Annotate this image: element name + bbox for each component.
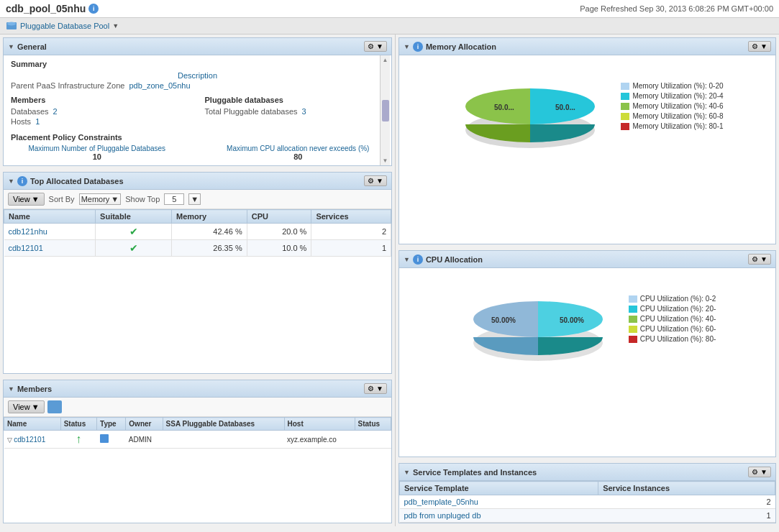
legend-label: CPU Utilization (%): 20- — [640, 305, 716, 313]
cpu-collapse-icon[interactable]: ▼ — [404, 256, 410, 263]
members-collapse-icon[interactable]: ▼ — [8, 385, 14, 393]
members-action-icon[interactable] — [47, 400, 62, 413]
top-allocated-toolbar: View ▼ Sort By Memory ▼ Show Top 5 ▼ — [4, 190, 391, 209]
general-gear-button[interactable]: ⚙ ▼ — [364, 41, 387, 52]
general-section-header: ▼ General ⚙ ▼ — [4, 38, 391, 55]
legend-item: Memory Utilization (%): 80-1 — [621, 122, 723, 130]
databases-value[interactable]: 2 — [53, 107, 58, 116]
row-services-cell: 1 — [311, 240, 391, 257]
legend-color-swatch — [629, 306, 637, 313]
legend-item: CPU Utilization (%): 80- — [629, 335, 716, 343]
member-col-owner: Owner — [126, 418, 163, 431]
legend-item: CPU Utilization (%): 40- — [629, 315, 716, 323]
service-collapse-icon[interactable]: ▼ — [404, 469, 410, 476]
memory-gear-button[interactable]: ⚙ ▼ — [748, 41, 771, 52]
member-col-ssa: SSA Pluggable Databases — [163, 418, 284, 431]
view-label: View — [13, 195, 30, 203]
max-cpu-label: Maximum CPU allocation never exceeds (%) — [212, 145, 385, 152]
cpu-allocation-header: ▼ i CPU Allocation ⚙ ▼ — [399, 251, 775, 268]
max-cpu-item: Maximum CPU allocation never exceeds (%)… — [212, 145, 385, 161]
member-status2-cell — [355, 431, 391, 449]
service-table: Service Template Service Instances pdb_t… — [399, 481, 775, 523]
col-services-header: Services — [311, 210, 391, 224]
legend-color-swatch — [629, 316, 637, 323]
legend-color-swatch — [621, 103, 629, 110]
breadcrumb-dropdown-icon[interactable]: ▼ — [112, 22, 119, 29]
cpu-pie-svg: 50.00% 50.00% — [459, 272, 617, 366]
member-col-type: Type — [97, 418, 126, 431]
memory-info-icon[interactable]: i — [413, 42, 423, 52]
general-collapse-icon[interactable]: ▼ — [8, 43, 14, 50]
cpu-info-icon[interactable]: i — [413, 254, 423, 265]
breadcrumb-link[interactable]: Pluggable Database Pool — [20, 22, 109, 30]
svg-text:50.0...: 50.0... — [494, 104, 514, 111]
parent-zone-link[interactable]: pdb_zone_05nhu — [129, 81, 191, 90]
general-section: ▼ General ⚙ ▼ Summary Description Parent… — [3, 37, 392, 166]
members-toolbar: View ▼ — [4, 398, 391, 417]
show-top-label: Show Top — [125, 195, 160, 203]
members-section-header: ▼ Members ⚙ ▼ — [4, 380, 391, 398]
service-col-instances: Service Instances — [598, 482, 775, 495]
row-memory-cell: 26.35 % — [171, 240, 247, 257]
service-template-link[interactable]: pdb_template_05nhu — [404, 497, 478, 506]
suitable-check-icon: ✔ — [129, 242, 138, 254]
cpu-header-left: ▼ i CPU Allocation — [404, 254, 483, 265]
show-top-dropdown[interactable]: ▼ — [188, 193, 201, 205]
legend-color-swatch — [629, 336, 637, 343]
memory-chart-container: 50.0... 50.0... Memory Utilization (%): … — [399, 55, 775, 159]
left-panel: ▼ General ⚙ ▼ Summary Description Parent… — [0, 35, 396, 526]
cpu-allocation-section: ▼ i CPU Allocation ⚙ ▼ — [398, 250, 776, 457]
memory-collapse-icon[interactable]: ▼ — [404, 43, 410, 50]
hosts-label: Hosts — [11, 117, 31, 126]
service-title: Service Templates and Instances — [413, 468, 537, 477]
general-scrollbar[interactable]: ▲ ▼ — [380, 55, 390, 165]
service-gear-button[interactable]: ⚙ ▼ — [748, 467, 771, 477]
member-name-link[interactable]: cdb12101 — [14, 436, 45, 444]
row-suitable-cell: ✔ — [96, 240, 172, 257]
title-info-icon[interactable]: i — [88, 4, 99, 14]
legend-label: CPU Utilization (%): 60- — [640, 325, 716, 333]
top-allocated-gear-button[interactable]: ⚙ ▼ — [364, 175, 387, 186]
breadcrumb-row: Pluggable Database Pool ▼ — [0, 18, 779, 35]
members-section: ▼ Members ⚙ ▼ View ▼ Name Status Type — [3, 380, 392, 523]
col-suitable-header: Suitable — [96, 210, 172, 224]
db-name-link[interactable]: cdb12101 — [9, 244, 43, 252]
legend-color-swatch — [629, 295, 637, 303]
cpu-gear-button[interactable]: ⚙ ▼ — [748, 254, 771, 265]
legend-color-swatch — [621, 113, 629, 120]
cpu-chart-container: 50.00% 50.00% CPU Utilization (%): 0-2CP… — [399, 268, 775, 372]
member-col-status2: Status — [355, 418, 391, 431]
show-top-dropdown-icon: ▼ — [191, 195, 199, 203]
member-type-cell — [97, 431, 126, 449]
placement-title: Placement Policy Constraints — [11, 133, 384, 142]
general-header-left: ▼ General — [8, 42, 47, 51]
legend-label: CPU Utilization (%): 0-2 — [640, 295, 716, 303]
legend-color-swatch — [629, 326, 637, 333]
member-owner-cell: ADMIN — [126, 431, 163, 449]
members-gear-button[interactable]: ⚙ ▼ — [364, 383, 387, 394]
sort-by-select[interactable]: Memory ▼ — [79, 193, 122, 205]
members-header-left: ▼ Members — [8, 385, 52, 393]
top-allocated-collapse-icon[interactable]: ▼ — [8, 178, 14, 185]
service-col-template: Service Template — [400, 482, 598, 495]
legend-item: CPU Utilization (%): 20- — [629, 305, 716, 313]
service-template-link[interactable]: pdb from unpluged db — [404, 511, 481, 520]
top-allocated-title: Top Allocated Databases — [30, 177, 124, 185]
summary-label: Summary — [11, 60, 384, 68]
member-col-status: Status — [60, 418, 96, 431]
db-name-link[interactable]: cdb121nhu — [9, 227, 47, 236]
top-allocated-info-icon[interactable]: i — [17, 176, 27, 186]
show-top-input[interactable]: 5 — [164, 193, 184, 205]
description-link[interactable]: Description — [11, 71, 384, 80]
legend-item: Memory Utilization (%): 20-4 — [621, 92, 723, 100]
member-status-cell: ↑ — [60, 431, 96, 449]
sort-by-dropdown-icon: ▼ — [111, 195, 119, 203]
members-view-button[interactable]: View ▼ — [8, 400, 45, 413]
hosts-value[interactable]: 1 — [35, 117, 40, 126]
memory-title: Memory Allocation — [426, 42, 496, 51]
legend-item: Memory Utilization (%): 0-20 — [621, 82, 723, 90]
row-name-cell: cdb121nhu — [4, 224, 96, 240]
total-pdbs-value[interactable]: 3 — [302, 107, 306, 116]
legend-color-swatch — [621, 123, 629, 130]
view-button[interactable]: View ▼ — [8, 193, 45, 206]
